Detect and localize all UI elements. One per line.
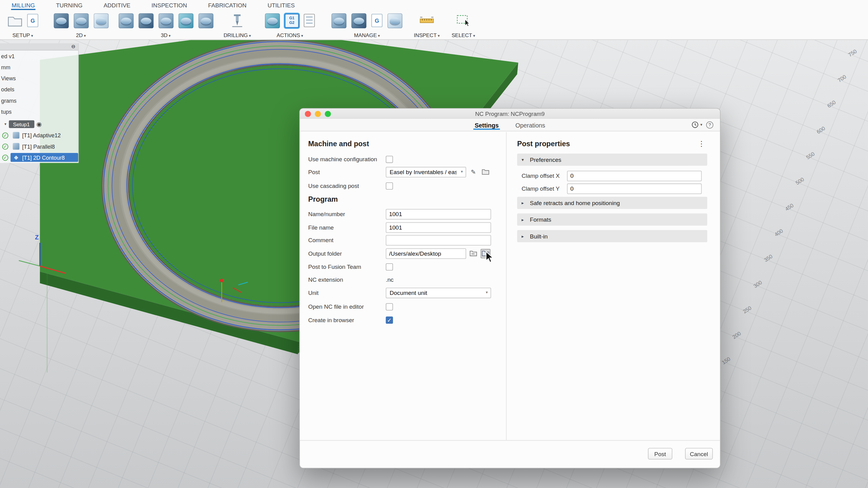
setup-badge[interactable]: Setup1 [8,120,34,128]
measure-icon[interactable] [419,13,434,28]
browser-item-named-views[interactable]: Views [0,73,78,84]
output-folder-input[interactable] [386,248,466,258]
tab-fabrication[interactable]: FABRICATION [208,1,247,10]
comment-input[interactable] [386,235,491,245]
group-2d: 2D▾ [50,10,112,40]
group-label-setup[interactable]: SETUP▾ [3,32,42,38]
create-in-browser-checkbox[interactable]: ✓ [386,316,393,324]
post-to-fusion-team-checkbox[interactable] [386,263,393,270]
tab-settings[interactable]: Settings [473,120,500,130]
tab-inspection[interactable]: INSPECTION [151,1,188,10]
post-library-folder-icon[interactable] [480,167,491,177]
close-window-button[interactable] [305,111,311,117]
group-label-3d[interactable]: 3D▾ [115,32,216,38]
use-cascading-post-checkbox[interactable] [386,182,393,189]
group-label-actions[interactable]: ACTIONS▾ [259,32,320,38]
safe-retracts-section-bar[interactable]: ▸ Safe retracts and home positioning [517,197,707,209]
expand-icon[interactable]: ▾ [4,122,6,126]
pocket-clearing-icon[interactable] [138,13,153,28]
collapse-panel-icon[interactable]: ⊖ [71,44,75,49]
browser-item-setups[interactable]: tups [0,106,78,117]
new-setup-icon[interactable] [7,13,22,28]
post-button[interactable]: Post [648,448,673,459]
group-manage: G MANAGE▾ [328,10,406,40]
clamp-offset-x-input[interactable] [567,171,702,181]
zoom-window-button[interactable] [325,111,331,117]
mouse-cursor [486,251,496,263]
browser-setup1[interactable]: ▾ Setup1 ◉ [0,119,78,130]
program-heading: Program [308,195,338,204]
chevron-down-icon: ▾ [486,291,488,295]
adaptive-clearing-icon[interactable] [118,13,133,28]
builtin-section-bar[interactable]: ▸ Built-in [517,230,707,242]
browse-output-folder-icon[interactable] [468,249,478,258]
chevron-down-icon: ▾ [438,34,439,38]
new-nc-program-icon[interactable]: G [27,14,38,27]
open-nc-file-checkbox[interactable] [386,303,393,310]
operation-2d-contour8-selected[interactable]: ✓ ◆[T1] 2D Contour8 [0,152,78,163]
post-properties-heading: Post properties [517,140,570,148]
minimize-window-button[interactable] [315,111,321,117]
file-name-input[interactable] [386,222,491,232]
kebab-menu-icon[interactable]: ⋮ [696,140,707,148]
simulate-icon[interactable] [265,13,280,28]
group-label-select[interactable]: SELECT▾ [448,32,479,38]
clamp-offset-y-input[interactable] [567,183,702,194]
scallop-icon[interactable] [178,13,193,28]
2d-contour-icon[interactable] [93,13,108,28]
dialog-body: Machine and post Use machine configurati… [300,132,720,440]
chevron-down-icon: ▾ [700,123,702,127]
output-folder-row: Output folder [308,247,499,260]
unit-dropdown[interactable]: Document unit ▾ [386,287,491,298]
browser-header[interactable]: ⊖ [0,43,78,51]
group-label-2d[interactable]: 2D▾ [50,32,112,38]
cancel-button[interactable]: Cancel [685,448,713,459]
formats-section-bar[interactable]: ▸ Formats [517,213,707,225]
drill-icon[interactable] [230,13,245,28]
setup-target-icon[interactable]: ◉ [36,121,42,127]
triangle-right-icon: ▸ [522,234,526,239]
tool-library-icon[interactable] [331,13,346,28]
tab-additive[interactable]: ADDITIVE [103,1,131,10]
2d-adaptive-icon[interactable] [54,13,69,28]
post-process-icon[interactable]: G1 G2 [285,13,299,27]
post-row: Post Easel by Inventables / eas ▾ ✎ [308,166,499,178]
select-icon[interactable] [456,13,471,28]
tab-operations[interactable]: Operations [514,120,547,130]
tab-turning[interactable]: TURNING [56,1,83,10]
parallel-icon[interactable] [158,13,173,28]
browser-item-document[interactable]: ed v1 [0,51,78,62]
templates-icon[interactable] [388,13,402,28]
field-label: Open NC file in editor [308,303,385,310]
use-machine-configuration-checkbox[interactable] [386,155,393,163]
group-3d: 3D▾ [115,10,216,40]
post-icon-line1: G1 [289,16,294,20]
operation-adaptive12[interactable]: ✓ [T1] Adaptive12 [0,130,78,141]
cam-manager-icon[interactable] [351,13,367,28]
browser-item-units[interactable]: mm [0,62,78,73]
browser-item-models[interactable]: odels [0,84,78,95]
setup-sheet-icon[interactable] [304,14,315,27]
file-name-row: File name [308,221,499,234]
dialog-titlebar[interactable]: NC Program: NCProgram9 [300,109,720,119]
2d-pocket-icon[interactable] [73,13,89,28]
name-number-input[interactable] [386,209,491,219]
tab-milling[interactable]: MILLING [11,1,36,10]
preferences-label: Preferences [530,156,561,163]
help-icon[interactable]: ? [706,121,714,128]
post-dropdown[interactable]: Easel by Inventables / eas ▾ [386,166,466,177]
group-label-inspect[interactable]: INSPECT▾ [412,32,441,38]
tab-utilities[interactable]: UTILITIES [267,1,295,10]
operation-parallel8[interactable]: ✓ [T1] Parallel8 [0,141,78,152]
nc-programs-icon[interactable]: G [371,14,382,27]
ramp-icon[interactable] [198,13,213,28]
browser-item-programs[interactable]: grams [0,95,78,106]
dialog-title: NC Program: NCProgram9 [475,110,545,117]
clamp-offset-x-row: Clamp offset X [522,170,707,181]
group-label-manage[interactable]: MANAGE▾ [328,32,406,38]
edit-post-icon[interactable]: ✎ [468,167,478,177]
recent-posts-button[interactable]: ▾ [691,121,702,128]
preferences-section-bar[interactable]: ▾ Preferences [517,154,707,166]
group-label-drilling[interactable]: DRILLING▾ [223,32,252,38]
open-nc-file-row: Open NC file in editor [308,300,499,313]
